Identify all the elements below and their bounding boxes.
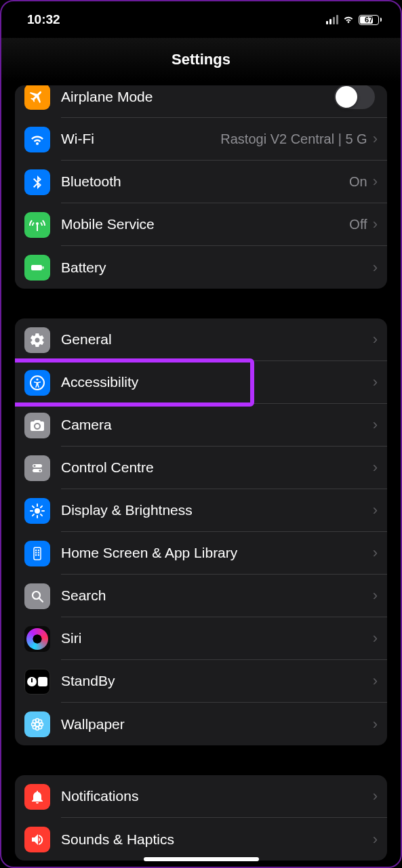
chevron-right-icon: › — [373, 259, 378, 276]
siri-icon — [24, 626, 50, 652]
chevron-right-icon: › — [373, 173, 378, 190]
status-right: 67 — [326, 12, 382, 27]
row-airplane-mode[interactable]: Airplane Mode — [15, 85, 387, 118]
row-value: On — [349, 174, 367, 190]
svg-rect-21 — [38, 552, 39, 553]
row-label: Wi-Fi — [61, 131, 220, 147]
row-label: Sounds & Haptics — [61, 831, 373, 848]
svg-rect-19 — [38, 550, 39, 551]
row-display-brightness[interactable]: Display & Brightness › — [15, 489, 387, 532]
svg-rect-23 — [38, 554, 39, 556]
svg-line-15 — [33, 514, 34, 516]
status-bar: 10:32 67 — [1, 1, 401, 38]
row-label: Mobile Service — [61, 216, 349, 232]
chevron-right-icon: › — [373, 672, 378, 690]
row-sounds-haptics[interactable]: Sounds & Haptics › — [15, 818, 387, 861]
battery-icon — [24, 255, 50, 281]
chevron-right-icon: › — [373, 787, 378, 805]
battery-indicator: 67 — [359, 15, 382, 25]
search-icon — [24, 583, 50, 609]
chevron-right-icon: › — [373, 331, 378, 348]
row-label: Accessibility — [61, 374, 373, 390]
brightness-icon — [24, 498, 50, 524]
airplane-toggle[interactable] — [334, 85, 375, 109]
row-label: StandBy — [61, 673, 373, 689]
row-search[interactable]: Search › — [15, 575, 387, 617]
row-value: Off — [349, 217, 367, 232]
svg-rect-1 — [43, 266, 44, 269]
row-wifi[interactable]: Wi-Fi Rastogi V2 Central | 5 G › — [15, 118, 387, 161]
row-label: Control Centre — [61, 459, 373, 476]
row-battery[interactable]: Battery › — [15, 246, 387, 289]
home-indicator[interactable] — [144, 857, 259, 861]
row-label: Wallpaper — [61, 716, 373, 732]
settings-group-network: Airplane Mode Wi-Fi Rastogi V2 Central |… — [15, 85, 387, 289]
chevron-right-icon: › — [373, 215, 378, 233]
row-standby[interactable]: StandBy › — [15, 660, 387, 703]
row-label: Display & Brightness — [61, 502, 373, 518]
chevron-right-icon: › — [373, 716, 378, 733]
row-bluetooth[interactable]: Bluetooth On › — [15, 161, 387, 203]
chevron-right-icon: › — [373, 831, 378, 848]
row-control-centre[interactable]: Control Centre › — [15, 447, 387, 489]
svg-point-32 — [39, 725, 42, 728]
camera-icon — [24, 413, 50, 438]
settings-scroll[interactable]: Airplane Mode Wi-Fi Rastogi V2 Central |… — [1, 85, 401, 861]
svg-point-7 — [39, 469, 41, 471]
settings-group-general: General › Accessibility › Camera › — [15, 318, 387, 745]
svg-rect-0 — [31, 265, 42, 270]
chevron-right-icon: › — [373, 629, 378, 647]
row-siri[interactable]: Siri › — [15, 617, 387, 660]
gear-icon — [24, 327, 50, 353]
wifi-icon — [24, 127, 50, 152]
control-centre-icon — [24, 455, 50, 481]
row-label: General — [61, 331, 373, 348]
chevron-right-icon: › — [373, 587, 378, 604]
chevron-right-icon: › — [373, 544, 378, 562]
svg-line-13 — [33, 505, 34, 507]
row-home-screen[interactable]: Home Screen & App Library › — [15, 532, 387, 575]
sounds-icon — [24, 827, 50, 852]
page-title: Settings — [172, 51, 230, 68]
svg-rect-22 — [35, 554, 37, 556]
svg-line-14 — [41, 514, 42, 516]
svg-rect-20 — [35, 552, 37, 553]
svg-rect-18 — [35, 550, 37, 551]
row-camera[interactable]: Camera › — [15, 404, 387, 447]
row-label: Battery — [61, 260, 373, 276]
wallpaper-icon — [24, 711, 50, 737]
row-mobile-service[interactable]: Mobile Service Off › — [15, 203, 387, 246]
home-screen-icon — [24, 541, 50, 566]
cellular-signal-icon — [326, 15, 338, 24]
row-label: Search — [61, 587, 373, 604]
svg-point-34 — [39, 720, 42, 723]
chevron-right-icon: › — [373, 130, 378, 148]
notifications-icon — [24, 784, 50, 810]
svg-point-8 — [35, 508, 40, 514]
row-label: Home Screen & App Library — [61, 545, 373, 561]
row-label: Notifications — [61, 788, 373, 804]
nav-header: Settings — [1, 38, 401, 81]
svg-line-25 — [39, 598, 43, 602]
svg-point-5 — [33, 464, 35, 466]
bluetooth-icon — [24, 169, 50, 195]
row-label: Camera — [61, 417, 373, 433]
svg-rect-17 — [34, 547, 41, 560]
status-time: 10:32 — [27, 12, 60, 27]
row-general[interactable]: General › — [15, 318, 387, 361]
row-label: Siri — [61, 630, 373, 646]
standby-icon — [24, 669, 50, 695]
antenna-icon — [24, 212, 50, 238]
wifi-status-icon — [342, 12, 355, 27]
chevron-right-icon: › — [373, 373, 378, 391]
svg-point-3 — [36, 378, 38, 380]
chevron-right-icon: › — [373, 459, 378, 476]
row-notifications[interactable]: Notifications › — [15, 775, 387, 818]
svg-line-16 — [41, 505, 42, 507]
accessibility-icon — [24, 370, 50, 396]
settings-group-alerts: Notifications › Sounds & Haptics › — [15, 775, 387, 861]
airplane-icon — [24, 85, 50, 110]
row-accessibility[interactable]: Accessibility › — [15, 361, 387, 404]
row-value: Rastogi V2 Central | 5 G — [220, 131, 367, 147]
row-wallpaper[interactable]: Wallpaper › — [15, 703, 387, 745]
